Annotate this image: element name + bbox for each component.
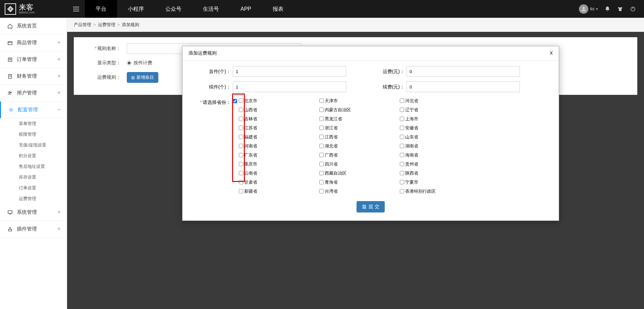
province-checkbox[interactable] [319, 162, 324, 166]
province-checkbox[interactable] [400, 162, 404, 166]
breadcrumb-item[interactable]: 运费管理 [98, 22, 115, 27]
brand-logo[interactable]: 来客 laiketui.com [0, 3, 67, 15]
cont-fee-input[interactable] [407, 81, 520, 92]
province-checkbox[interactable] [239, 108, 243, 112]
province-option[interactable]: 重庆市 [239, 160, 319, 168]
province-checkbox[interactable] [319, 108, 324, 112]
menu-toggle[interactable] [67, 0, 85, 18]
province-checkbox[interactable] [400, 180, 404, 184]
province-option[interactable]: 山西省 [239, 106, 319, 114]
province-option[interactable]: 广东省 [239, 151, 319, 159]
province-option[interactable]: 上海市 [400, 115, 480, 123]
province-checkbox[interactable] [239, 144, 243, 148]
province-option[interactable]: 青海省 [319, 178, 400, 186]
province-checkbox[interactable] [319, 99, 324, 103]
province-option[interactable]: 江苏省 [239, 124, 319, 132]
province-checkbox[interactable] [400, 135, 404, 139]
province-checkbox[interactable] [239, 189, 243, 193]
shirt-icon[interactable] [617, 6, 623, 12]
province-option[interactable]: 广西省 [319, 151, 400, 159]
cont-piece-input[interactable] [233, 81, 346, 92]
province-checkbox[interactable] [239, 153, 243, 157]
bell-icon[interactable] [604, 6, 610, 12]
province-checkbox[interactable] [400, 99, 404, 103]
province-checkbox[interactable] [319, 144, 324, 148]
user-dropdown[interactable]: lkt ▾ [579, 4, 598, 14]
modal-close[interactable]: X [550, 50, 553, 56]
first-piece-input[interactable] [233, 66, 346, 77]
power-icon[interactable] [630, 6, 636, 12]
province-option[interactable]: 河南省 [239, 142, 319, 150]
province-checkbox[interactable] [239, 99, 243, 103]
province-checkbox[interactable] [319, 189, 324, 193]
province-option[interactable]: 四川省 [319, 160, 400, 168]
province-option[interactable]: 山东省 [400, 133, 480, 141]
sidebar-sub-item[interactable]: 权限管理 [0, 129, 67, 140]
top-nav-item[interactable]: 小程序 [117, 0, 155, 18]
sidebar-item[interactable]: 配置管理− [0, 102, 67, 118]
province-option[interactable]: 台湾省 [319, 187, 400, 195]
sidebar-sub-item[interactable]: 库存设置 [0, 172, 67, 183]
province-option[interactable]: 西藏自治区 [319, 169, 400, 177]
province-option[interactable]: 河北省 [400, 97, 480, 105]
province-checkbox[interactable] [400, 108, 404, 112]
sidebar-sub-item[interactable]: 运费管理 [0, 193, 67, 204]
province-checkbox[interactable] [319, 171, 324, 175]
submit-button[interactable]: 提 交 [357, 201, 385, 212]
top-nav-item[interactable]: 公众号 [155, 0, 192, 18]
province-checkbox[interactable] [319, 153, 324, 157]
province-checkbox[interactable] [400, 153, 404, 157]
sidebar-item[interactable]: 系统首页 [0, 18, 67, 35]
province-option[interactable]: 云南省 [239, 169, 319, 177]
province-option[interactable]: 安徽省 [400, 124, 480, 132]
add-rule-button[interactable]: ⊞ 新增条目 [127, 72, 158, 83]
top-nav-item[interactable]: 平台 [85, 0, 117, 18]
province-option[interactable]: 内蒙古自治区 [319, 106, 400, 114]
sidebar-sub-item[interactable]: 售后地址设置 [0, 161, 67, 172]
province-checkbox[interactable] [239, 135, 243, 139]
province-option[interactable]: 香港特别行政区 [400, 187, 480, 195]
top-nav-item[interactable]: 报表 [262, 0, 294, 18]
sidebar-item[interactable]: 商品管理+ [0, 35, 67, 51]
province-checkbox[interactable] [239, 180, 243, 184]
province-option[interactable]: 吉林省 [239, 115, 319, 123]
province-option[interactable]: 贵州省 [400, 160, 480, 168]
select-all-checkbox[interactable] [233, 99, 237, 103]
province-option[interactable]: 湖南省 [400, 142, 480, 150]
province-checkbox[interactable] [319, 180, 324, 184]
province-checkbox[interactable] [400, 189, 404, 193]
province-option[interactable]: 黑龙江省 [319, 115, 400, 123]
province-checkbox[interactable] [319, 117, 324, 121]
sidebar-sub-item[interactable]: 菜单管理 [0, 118, 67, 129]
province-checkbox[interactable] [400, 126, 404, 130]
province-option[interactable]: 湖北省 [319, 142, 400, 150]
province-option[interactable]: 宁夏市 [400, 178, 480, 186]
sidebar-item[interactable]: 订单管理+ [0, 51, 67, 68]
province-checkbox[interactable] [319, 126, 324, 130]
sidebar-item[interactable]: 用户管理+ [0, 85, 67, 102]
top-nav-item[interactable]: 生活号 [192, 0, 230, 18]
province-checkbox[interactable] [239, 117, 243, 121]
sidebar-sub-item[interactable]: 积分设置 [0, 150, 67, 161]
breadcrumb-item[interactable]: 产品管理 [74, 22, 91, 27]
province-option[interactable]: 海南省 [400, 151, 480, 159]
freight-input[interactable] [407, 66, 520, 77]
province-checkbox[interactable] [239, 162, 243, 166]
province-option[interactable]: 新疆省 [239, 187, 319, 195]
province-option[interactable]: 陕西省 [400, 169, 480, 177]
province-option[interactable]: 浙江省 [319, 124, 400, 132]
province-checkbox[interactable] [400, 144, 404, 148]
province-option[interactable]: 辽宁省 [400, 106, 480, 114]
province-checkbox[interactable] [319, 135, 324, 139]
sidebar-item[interactable]: 财务管理+ [0, 68, 67, 85]
province-option[interactable]: 北京市 [239, 97, 319, 105]
top-nav-item[interactable]: APP [230, 0, 262, 18]
province-option[interactable]: 江西省 [319, 133, 400, 141]
display-type-radio[interactable] [127, 61, 131, 65]
province-checkbox[interactable] [400, 171, 404, 175]
province-checkbox[interactable] [400, 117, 404, 121]
sidebar-item[interactable]: 插件管理+ [0, 221, 67, 238]
sidebar-sub-item[interactable]: 充值/提现设置 [0, 140, 67, 150]
province-option[interactable]: 天津市 [319, 97, 400, 105]
province-option[interactable]: 福建省 [239, 133, 319, 141]
